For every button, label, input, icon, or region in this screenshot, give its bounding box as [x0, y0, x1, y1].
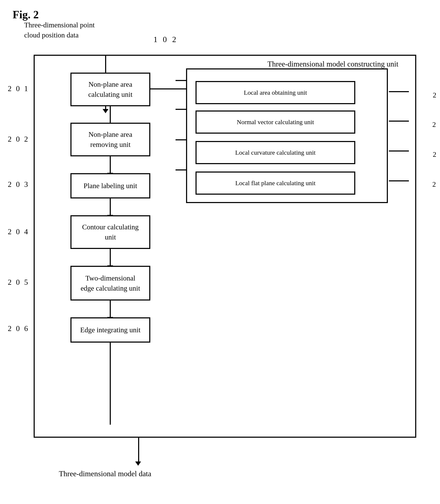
box-202: Non-plane area removing unit — [70, 123, 150, 156]
sub-line-201b — [389, 121, 409, 122]
input-label: Three-dimensional pointcloud position da… — [24, 20, 95, 40]
bracket-h-201c — [176, 139, 187, 140]
box-205: Two-dimensionaledge calculating unit — [70, 266, 150, 301]
side-label-202: 2 0 2 — [8, 135, 29, 144]
output-arrow-line — [138, 437, 139, 462]
arrow-205-206 — [110, 301, 111, 317]
sub-box-201d: Local flat plane calculating unit — [195, 172, 355, 195]
box-201: Non-plane area calculating unit — [70, 72, 150, 106]
sub-boxes-container: Local area obtaining unit Normal vector … — [186, 68, 388, 203]
arrow-204-205 — [110, 249, 111, 266]
output-line — [110, 343, 111, 425]
output-label: Three-dimensional model data — [59, 469, 151, 478]
output-arrow-head — [135, 461, 141, 466]
sub-box-201a: Local area obtaining unit — [195, 81, 355, 104]
arrow-202-203 — [110, 156, 111, 173]
sub-label-201d: 2 0 1 d — [432, 180, 440, 188]
outer-box: Three-dimensional model constructing uni… — [34, 55, 416, 438]
bracket-h-201d — [176, 169, 187, 171]
bracket-v — [186, 80, 187, 174]
side-label-201: 2 0 1 — [8, 84, 29, 93]
side-label-205: 2 0 5 — [8, 278, 29, 287]
sub-line-201c — [389, 150, 409, 152]
arrow-201-202 — [110, 106, 111, 123]
side-label-203: 2 0 3 — [8, 180, 29, 189]
sub-label-201a: 2 0 1 a — [433, 91, 440, 99]
bracket-h-201a — [176, 80, 187, 81]
sub-line-201a — [389, 91, 409, 92]
sub-box-201b: Normal vector calculating unit — [195, 111, 355, 134]
side-label-204: 2 0 4 — [8, 227, 29, 236]
bracket-h-main — [150, 88, 187, 89]
box-204: Contour calculatingunit — [70, 215, 150, 249]
sub-line-201d — [389, 180, 409, 181]
figure-title: Fig. 2 — [13, 8, 39, 21]
sub-label-201b: 2 0 1 b — [432, 121, 440, 129]
side-label-206: 2 0 6 — [8, 324, 29, 333]
sub-box-201c: Local curvature calculating unit — [195, 141, 355, 164]
box-203: Plane labeling unit — [70, 173, 150, 199]
arrow-203-204 — [110, 199, 111, 215]
label-102: 1 0 2 — [153, 35, 178, 44]
box-206: Edge integrating unit — [70, 317, 150, 343]
outer-box-title: Three-dimensional model constructing uni… — [267, 59, 398, 68]
sub-label-201c: 2 0 1 c — [433, 150, 440, 158]
bracket-h-201b — [176, 109, 187, 110]
